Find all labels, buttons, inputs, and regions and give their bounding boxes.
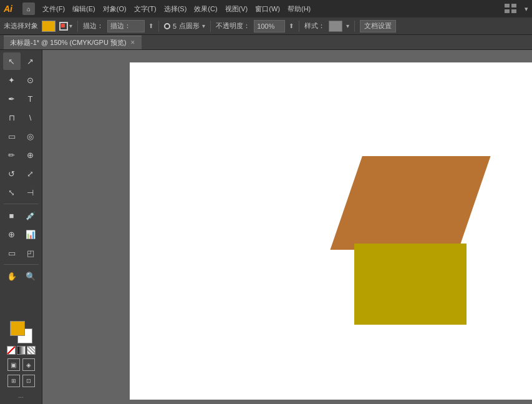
gradient-swatch[interactable] (17, 346, 26, 355)
hand-zoom-row: ✋ 🔍 (3, 267, 39, 285)
canvas-area[interactable] (42, 50, 532, 404)
stroke-label: 描边： (83, 21, 104, 31)
stroke-input[interactable] (107, 20, 145, 32)
paintbrush-button[interactable]: ◎ (22, 127, 39, 145)
tab-close-button[interactable]: ✕ (130, 39, 135, 46)
separator-1 (77, 21, 78, 32)
more-tools-button[interactable]: ... (18, 392, 23, 399)
gradient-row: ■ 💉 (3, 207, 39, 224)
fill-color-swatch[interactable] (42, 21, 56, 32)
color-swatches: ▣ ◈ ⊞ ⊡ ... (4, 318, 38, 402)
ai-logo: Ai (4, 4, 12, 14)
menu-file[interactable]: 文件(F) (42, 4, 65, 14)
stroke-size-value: 5 (173, 22, 177, 30)
home-icon[interactable]: ⌂ (22, 2, 35, 15)
opacity-label: 不透明度： (216, 21, 250, 31)
column-graph-button[interactable]: 📊 (22, 225, 39, 243)
opacity-stepper[interactable]: ⬆ (289, 22, 294, 29)
foreground-swatch[interactable] (10, 321, 25, 336)
gradient-tool-button[interactable]: ■ (3, 207, 21, 224)
select-tools-row: ↖ ↗ (3, 52, 39, 70)
stroke-dropdown-chevron[interactable]: ▾ (69, 22, 72, 29)
magic-lasso-row: ✦ ⊙ (3, 71, 39, 89)
slice-button[interactable]: ◰ (22, 244, 39, 262)
parallelogram-shape (329, 156, 491, 250)
zoom-tool-button[interactable]: 🔍 (22, 267, 39, 285)
lasso-button[interactable]: ⊙ (22, 71, 39, 89)
menu-help[interactable]: 帮助(H) (288, 4, 311, 14)
menu-window[interactable]: 窗口(W) (255, 4, 280, 14)
rotate-scale-row: ↺ ⤢ (3, 165, 39, 182)
warp-tool-button[interactable]: ⤡ (3, 184, 21, 201)
pattern-swatch[interactable] (27, 346, 36, 355)
shape-container (317, 156, 516, 404)
artboard-row: ▭ ◰ (3, 244, 39, 262)
rotate-tool-button[interactable]: ↺ (3, 165, 21, 182)
shape-dropdown-chevron[interactable]: ▾ (202, 22, 205, 29)
stroke-size-group: 5 点圆形 ▾ (164, 21, 205, 31)
normal-mode-icon[interactable]: ▣ (7, 358, 20, 371)
none-swatch[interactable] (7, 346, 16, 355)
line-tool-button[interactable]: \ (22, 109, 39, 126)
stroke-icon-group: ▾ (59, 22, 72, 31)
arrange-icon[interactable] (505, 4, 517, 14)
touch-type-button[interactable]: ⊓ (3, 109, 21, 126)
no-selection-label: 未选择对象 (4, 21, 38, 31)
toolbar-separator-2 (4, 264, 39, 265)
width-tool-button[interactable]: ⊣ (22, 184, 39, 201)
top-menu-bar: Ai ⌂ 文件(F) 编辑(E) 对象(O) 文字(T) 选择(S) 效果(C)… (0, 0, 532, 17)
style-chevron[interactable]: ▾ (346, 22, 349, 29)
type-tool-button[interactable]: T (22, 90, 39, 107)
direct-select-tool-button[interactable]: ↗ (22, 52, 39, 70)
warp-row: ⤡ ⊣ (3, 184, 39, 201)
drawing-mode-icon[interactable]: ◈ (22, 358, 35, 371)
arrange-chevron: ▾ (525, 5, 528, 13)
menu-effect[interactable]: 效果(C) (194, 4, 217, 14)
separator-4 (299, 21, 299, 32)
scale-tool-button[interactable]: ⤢ (22, 165, 39, 182)
doc-settings-button[interactable]: 文档设置 (360, 20, 396, 32)
menu-type[interactable]: 文字(T) (134, 4, 157, 14)
pencil-row: ✏ ⊕ (3, 146, 39, 164)
eyedropper-button[interactable]: 💉 (22, 207, 39, 224)
rectangle-shape (354, 244, 467, 325)
menu-object[interactable]: 对象(O) (103, 4, 127, 14)
screen-mode-row: ⊞ ⊡ (7, 375, 35, 387)
hand-tool-button[interactable]: ✋ (3, 267, 21, 285)
artboard-tool-button[interactable]: ▭ (3, 244, 21, 262)
separator-2 (158, 21, 159, 32)
blend-tool-button[interactable]: ⊕ (3, 225, 21, 243)
screen-mode-icon[interactable]: ⊞ (7, 375, 20, 387)
toolbar-separator-1 (4, 204, 39, 204)
rectangle-tool-button[interactable]: ▭ (3, 127, 21, 145)
document-tab[interactable]: 未标题-1* @ 150% (CMYK/GPU 预览) ✕ (4, 36, 142, 49)
magic-wand-button[interactable]: ✦ (3, 71, 21, 89)
blend-row: ⊕ 📊 (3, 225, 39, 243)
path-tools-row: ⊓ \ (3, 109, 39, 126)
select-tool-button[interactable]: ↖ (3, 52, 21, 70)
svg-marker-0 (330, 156, 490, 250)
style-swatch[interactable] (329, 21, 342, 32)
opacity-input[interactable] (254, 20, 285, 32)
stroke-shape-label: 点圆形 (179, 21, 200, 31)
stroke-circle-preview (164, 23, 170, 29)
style-label: 样式： (304, 21, 325, 31)
menu-view[interactable]: 视图(V) (225, 4, 248, 14)
shaper-tool-button[interactable]: ⊕ (22, 146, 39, 164)
artboard (130, 62, 532, 400)
pen-tools-row: ✒ T (3, 90, 39, 107)
fullscreen-mode-icon[interactable]: ⊡ (22, 375, 35, 387)
menu-edit[interactable]: 编辑(E) (72, 4, 95, 14)
left-toolbar: ↖ ↗ ✦ ⊙ ✒ T ⊓ \ ▭ ◎ ✏ ⊕ ↺ ⤢ (0, 50, 42, 404)
separator-5 (354, 21, 355, 32)
special-swatches-row (7, 346, 36, 355)
fg-bg-swatch-group[interactable] (10, 321, 32, 343)
main-layout: ↖ ↗ ✦ ⊙ ✒ T ⊓ \ ▭ ◎ ✏ ⊕ ↺ ⤢ (0, 50, 532, 404)
menu-select[interactable]: 选择(S) (164, 4, 187, 14)
separator-3 (210, 21, 211, 32)
tab-title: 未标题-1* @ 150% (CMYK/GPU 预览) (10, 38, 127, 47)
pencil-tool-button[interactable]: ✏ (3, 146, 21, 164)
pen-tool-button[interactable]: ✒ (3, 90, 21, 107)
tab-bar: 未标题-1* @ 150% (CMYK/GPU 预览) ✕ (0, 35, 532, 50)
stroke-stepper[interactable]: ⬆ (148, 22, 153, 29)
